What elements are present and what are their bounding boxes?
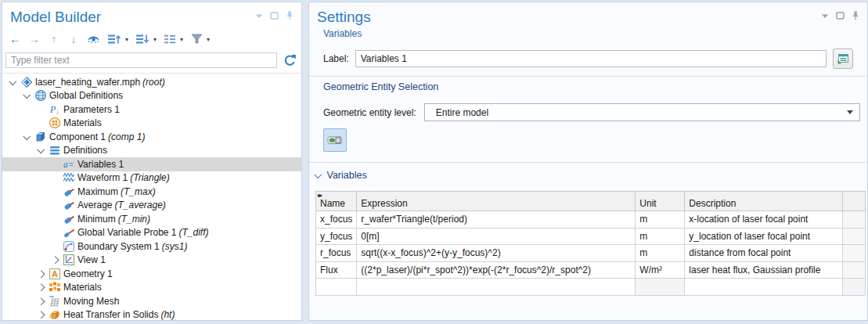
model-builder-window-controls (255, 8, 294, 20)
cell-expression[interactable]: ((2*p_laser)/(pi*r_spot^2))*exp(-(2*r_fo… (357, 261, 636, 279)
tree-item-parameters-1[interactable]: PiParameters 1 (2, 103, 301, 117)
cell-extra (843, 245, 866, 262)
cell-unit[interactable]: W/m² (636, 261, 685, 279)
tree-item-global-variable-probe-1[interactable]: Global Variable Probe 1(T_diff) (2, 226, 301, 240)
tree-item-variables-1[interactable]: a=Variables 1 (2, 157, 301, 171)
active-selection-toggle-button[interactable] (323, 128, 347, 152)
cell-expression[interactable] (357, 279, 636, 296)
cell-expression[interactable]: 0[m] (357, 228, 636, 245)
cell-description[interactable]: x-location of laser focal point (685, 211, 843, 229)
geometric-entity-level-row: Geometric entity level: Entire model (309, 103, 867, 121)
geometric-entity-level-select[interactable]: Entire model (424, 103, 860, 121)
parameters-icon: Pi (48, 103, 61, 116)
cell-name[interactable]: Flux (316, 261, 357, 279)
collapse-all-icon[interactable] (135, 32, 149, 46)
tree-item-laser-heating-wafer-mph[interactable]: laser_heating_wafer.mph(root) (2, 75, 301, 89)
cell-description[interactable]: distance from focal point (685, 245, 843, 262)
tree-item-boundary-system-1[interactable]: Boundary System 1(sys1) (2, 239, 301, 254)
pin-icon[interactable] (286, 11, 294, 20)
model-tree: laser_heating_wafer.mph(root)Global Defi… (2, 73, 301, 321)
refresh-icon[interactable] (283, 54, 297, 67)
dropdown-caret-icon[interactable]: ▾ (180, 36, 183, 43)
tree-item-tag: (sys1) (162, 241, 188, 252)
tree-item-moving-mesh[interactable]: Moving Mesh (2, 294, 301, 308)
dropdown-caret-icon[interactable]: ▾ (125, 36, 128, 43)
cell-name[interactable] (316, 279, 357, 296)
expand-all-icon[interactable] (107, 32, 121, 46)
chevron-right-icon[interactable] (49, 257, 61, 263)
model-builder-panel: Model Builder ←→↑↓▾▾▾▾ laser_heating_waf… (2, 2, 302, 321)
tree-item-label: Materials (63, 282, 104, 293)
cell-name[interactable]: r_focus (316, 245, 357, 262)
show-label-form-button[interactable] (833, 49, 853, 69)
move-down-icon[interactable]: ↓ (67, 32, 80, 46)
node-text-icon[interactable] (164, 32, 176, 46)
tree-filter-input[interactable] (5, 52, 277, 68)
tree-item-tag: (T_average) (114, 200, 165, 211)
geometric-entity-level-value: Entire model (436, 107, 488, 118)
chevron-right-icon[interactable] (35, 272, 47, 277)
tree-item-waveform-1[interactable]: Waveform 1(Triangle) (2, 171, 301, 185)
column-header-description[interactable]: Description (685, 192, 843, 211)
variable-row-r-focus: r_focussqrt((x-x_focus)^2+(y-y_focus)^2)… (316, 245, 866, 262)
section-geometric-entity-selection: Geometric Entity Selection (309, 77, 867, 92)
chevron-down-icon[interactable] (7, 80, 19, 85)
cell-description[interactable] (685, 279, 843, 296)
tree-item-geometry-1[interactable]: AGeometry 1 (2, 267, 301, 281)
tree-item-label: Global Definitions (49, 90, 125, 101)
probe-icon (62, 185, 75, 198)
dropdown-caret-icon[interactable]: ▾ (207, 36, 210, 43)
restore-icon[interactable] (836, 12, 845, 20)
cell-unit[interactable] (636, 279, 685, 296)
column-header-label: Expression (361, 198, 407, 209)
tree-item-heat-transfer-in-solids[interactable]: Heat Transfer in Solids(ht) (2, 308, 301, 322)
menu-caret-icon[interactable] (255, 13, 263, 19)
variable-row-empty[interactable] (316, 279, 866, 296)
cell-expression[interactable]: r_wafer*Triangle(t/period) (357, 211, 636, 229)
menu-caret-icon[interactable] (821, 13, 829, 19)
tree-item-average[interactable]: Average(T_average) (2, 199, 301, 213)
show-icon[interactable] (87, 32, 100, 46)
label-input[interactable] (355, 50, 827, 67)
pin-icon[interactable] (852, 11, 859, 20)
chevron-right-icon[interactable] (35, 285, 47, 290)
tree-item-materials[interactable]: Materials (2, 117, 301, 131)
tree-item-label: Waveform 1 (77, 172, 130, 183)
nav-forward-icon[interactable]: → (28, 32, 41, 46)
chevron-down-icon[interactable] (21, 93, 33, 99)
dropdown-caret-icon[interactable]: ▾ (153, 36, 157, 43)
column-header-name[interactable]: ▸▸Name (316, 192, 357, 211)
tree-item-definitions[interactable]: Definitions (2, 144, 301, 158)
cell-extra (843, 211, 866, 229)
cell-description[interactable]: laser heat flux, Gaussian profile (685, 261, 843, 279)
column-header-expression[interactable]: Expression (357, 192, 636, 211)
chevron-right-icon[interactable] (35, 299, 47, 304)
cell-expression[interactable]: sqrt((x-x_focus)^2+(y-y_focus)^2) (357, 245, 636, 262)
chevron-right-icon[interactable] (35, 312, 47, 318)
tree-item-label: laser_heating_wafer.mph (35, 77, 142, 88)
section-variables-header[interactable]: Variables (309, 169, 867, 182)
nav-back-icon[interactable]: ← (9, 32, 21, 46)
tree-item-component-1[interactable]: Component 1(comp 1) (2, 130, 301, 144)
component-icon (34, 131, 47, 143)
cell-unit[interactable]: m (636, 245, 685, 262)
tree-item-tag: (root) (142, 77, 165, 88)
tree-item-materials[interactable]: Materials (2, 281, 301, 295)
restore-icon[interactable] (270, 12, 279, 20)
tree-item-tag: (ht) (160, 309, 175, 320)
filter-icon[interactable] (190, 32, 203, 46)
column-header-unit[interactable]: Unit (636, 192, 685, 211)
tree-item-view-1[interactable]: View 1 (2, 254, 301, 268)
chevron-down-icon[interactable] (21, 135, 33, 140)
cell-name[interactable]: x_focus (316, 211, 357, 229)
cell-unit[interactable]: m (636, 211, 685, 229)
cell-description[interactable]: y_location of laser focal point (685, 228, 843, 245)
tree-item-global-definitions[interactable]: Global Definitions (2, 89, 301, 103)
sort-indicator-icon: ▸▸ (318, 192, 321, 199)
cell-name[interactable]: y_focus (316, 228, 357, 245)
move-up-icon[interactable]: ↑ (48, 32, 60, 46)
tree-item-maximum[interactable]: Maximum(T_max) (2, 185, 301, 199)
cell-unit[interactable]: m (636, 228, 685, 245)
chevron-down-icon[interactable] (35, 148, 47, 153)
tree-item-minimum[interactable]: Minimum(T_min) (2, 212, 301, 226)
